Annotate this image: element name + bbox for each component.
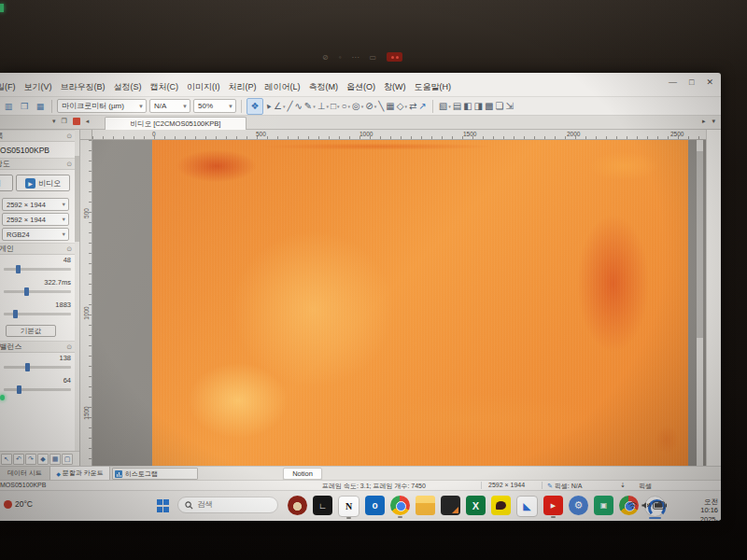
menu-item-1[interactable]: 파일(F) [0,81,16,93]
hand-tool-icon[interactable]: ❖ [247,98,263,115]
polygon-tool-icon[interactable]: ◇▾ [396,99,408,114]
invert-window-icon[interactable]: ◨ [473,99,484,114]
widgets-weather-button[interactable]: 20°C [4,499,33,509]
zoom-select[interactable]: 50%▼ [193,99,236,113]
tab-video[interactable]: 비디오 [C2CMOS05100KPB] [105,117,247,130]
browse-icon[interactable]: ▥ [2,100,15,113]
perpendicular-tool-icon[interactable]: ⊥▾ [317,99,330,114]
menu-item-7[interactable]: 처리(P) [229,81,257,93]
ramen-app-icon[interactable] [288,496,307,515]
thumbnail-icon[interactable]: ▦ [34,100,47,113]
pin-icon[interactable]: ⊙ [66,161,72,168]
exposure-gain-slider-thumb[interactable] [24,287,29,296]
white-balance-slider-thumb[interactable] [25,363,30,371]
format-select[interactable]: RGB24▼ [2,228,69,241]
curve-tool-icon[interactable]: ∿ [293,99,303,114]
menu-item-4[interactable]: 설정(S) [114,81,142,93]
wifi-icon[interactable] [627,501,638,510]
exposure-gain-slider-thumb[interactable] [13,310,18,318]
chevron-down-icon[interactable]: ▾ [52,118,56,125]
notion-widget-button[interactable]: Notion [283,468,322,480]
sidebar-tab-1[interactable]: 데이터 시트 [0,467,50,480]
maximize-icon[interactable]: □ [689,77,694,87]
rectangle-tool-icon[interactable]: □▾ [330,99,341,114]
taskbar-search[interactable]: 검색 [177,497,278,513]
unit-select[interactable]: 마이크로미터 (µm)▼ [57,99,147,113]
histogram-window[interactable]: 히스토그램 [112,468,198,480]
exposure-gain-slider[interactable] [4,313,71,315]
download-icon[interactable]: ⇣ [620,482,626,489]
scroll-left-icon[interactable]: ◂ [86,118,90,125]
battery-icon[interactable] [653,501,667,510]
marker-icon[interactable]: ◆ [37,454,49,465]
backslash-tool-icon[interactable]: ╲ [377,99,385,114]
swap-tool-icon[interactable]: ⇄ [408,99,417,114]
white-balance-slider-thumb[interactable] [17,385,21,394]
panel-exposure-gain-header[interactable]: 노출 & 게인 ⊙ [0,243,79,255]
taskbar-clock[interactable]: 오전 10:16 2025-09-26 [700,497,718,521]
youtube-app-icon[interactable]: ▶ [543,496,563,515]
preview-resolution-select[interactable]: 2592 × 1944▼ [2,198,69,211]
chrome-app-icon[interactable] [390,496,410,515]
camera-list-item[interactable]: C2CMOS05100KPB [0,142,79,158]
grid-tool-icon[interactable]: ▦ [385,99,395,114]
redo-icon[interactable]: ↷ [25,454,36,465]
sidebar-tab-2[interactable]: ◆분할과 카운트 [50,467,110,480]
menu-item-2[interactable]: 보기(V) [24,81,52,93]
exposure-gain-slider-thumb[interactable] [16,265,21,273]
menu-item-12[interactable]: 도움말(H) [415,81,452,93]
folder-view-icon[interactable]: ❒ [18,100,31,113]
dark-media-app-icon[interactable] [441,496,460,515]
settings-app-icon[interactable]: ⚙ [569,496,588,515]
menu-item-5[interactable]: 캡처(C) [150,81,179,93]
vertical-scrollbar[interactable] [697,140,703,466]
copy-window-icon[interactable]: ❏ [495,99,505,114]
tab-menu-icon[interactable]: ▾ [712,118,715,125]
pen-tool-icon[interactable]: ✎▾ [303,99,317,114]
paint-app-icon[interactable]: ◣ [516,496,538,517]
default-button[interactable]: 기본값 [6,325,56,337]
kakaotalk-app-icon[interactable] [491,496,511,515]
microscope-live-image[interactable] [152,140,688,466]
chart-tool-icon[interactable]: ▧▾ [438,99,452,114]
dark-l-app-icon[interactable]: ∟ [313,496,332,515]
pin-icon[interactable]: ⊙ [66,133,72,140]
exposure-gain-slider[interactable] [4,290,71,293]
split-window-icon[interactable]: ◧ [462,99,472,114]
more-tools-icon[interactable]: ⇲ [504,99,514,114]
excel-app-icon[interactable]: X [466,496,486,515]
white-balance-slider[interactable] [4,366,71,369]
menu-item-9[interactable]: 측정(M) [309,81,339,93]
ellipse-tool-icon[interactable]: ○▾ [341,99,352,114]
start-button[interactable] [157,499,170,512]
line-tool-icon[interactable]: ╱ [286,99,293,114]
green-capture-app-icon[interactable]: ▣ [594,496,613,515]
layout-icon[interactable]: ▩ [484,99,494,114]
select-icon[interactable]: ↖ [1,454,12,465]
grid-icon[interactable]: ▦ [49,454,61,465]
scroll-right-icon[interactable]: ▸ [702,118,706,125]
close-icon[interactable]: ✕ [706,77,713,87]
pin-icon[interactable]: ⊙ [66,343,72,351]
panel-capture-resolution-header[interactable]: 캡처 & 해상도 ⊙ [0,158,79,170]
video-button[interactable]: ▶ 비디오 [16,175,70,191]
panel-camera-list-header[interactable]: 카메라 목록 ⊙ [0,130,79,142]
white-balance-slider[interactable] [4,388,71,391]
file-explorer-app-icon[interactable] [416,496,435,515]
exposure-gain-slider[interactable] [4,268,71,271]
menu-item-11[interactable]: 창(W) [384,81,406,93]
panel-white-balance-header[interactable]: 화이트 밸런스 ⊙ [0,341,79,353]
minimize-icon[interactable]: — [669,77,677,87]
menu-item-10[interactable]: 옵션(O) [346,81,375,93]
menu-item-6[interactable]: 이미지(I) [187,81,220,93]
export-arrow-icon[interactable]: ↗ [417,99,427,114]
circle-tool-icon[interactable]: ◎▾ [351,99,364,114]
frame-icon[interactable]: ▢ [62,454,73,465]
window-icon[interactable]: ❒ [62,118,67,125]
annulus-tool-icon[interactable]: ⊘▾ [364,99,377,114]
capture-button[interactable]: 캡처 [0,175,13,191]
notion-app-icon[interactable]: N [338,496,359,517]
secondary-select[interactable]: N/A▼ [149,99,190,113]
pin-icon[interactable]: ⊙ [66,245,72,253]
undo-icon[interactable]: ↶ [13,454,24,465]
